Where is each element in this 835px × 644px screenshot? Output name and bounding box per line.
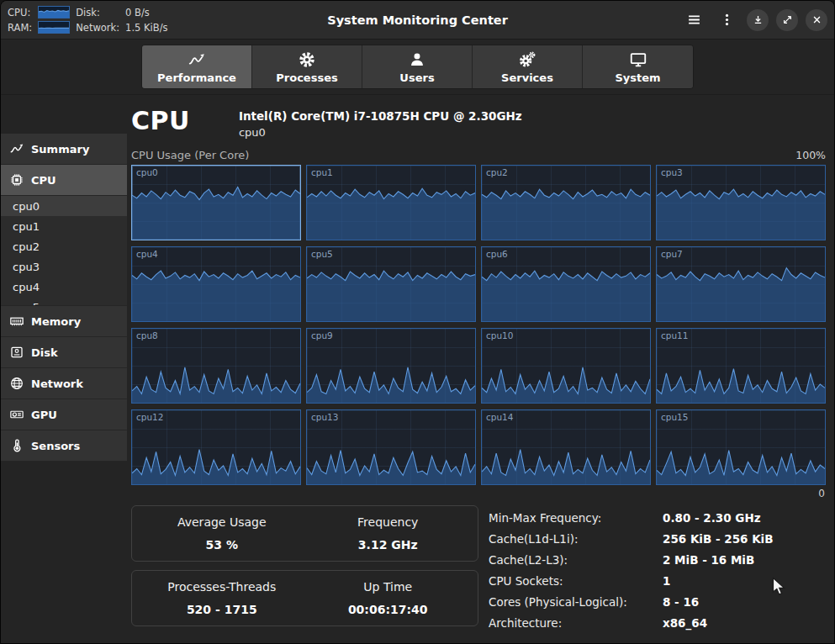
sidebar-item-disk[interactable]: Disk — [1, 337, 127, 368]
main-menu-button[interactable] — [681, 8, 706, 32]
ram-sparkline-graph — [39, 22, 69, 33]
core-chart-cpu2[interactable]: cpu2 — [481, 165, 651, 240]
sidebar-item-gpu[interactable]: GPU — [1, 399, 127, 430]
download-button[interactable] — [747, 9, 769, 31]
disk-icon — [9, 345, 24, 360]
stat-title-up-time: Up Time — [305, 580, 472, 594]
device-info: Intel(R) Core(TM) i7-10875H CPU @ 2.30GH… — [239, 107, 522, 139]
tab-label: Processes — [276, 71, 337, 84]
core-chart-label: cpu4 — [136, 249, 158, 259]
fullscreen-button[interactable] — [776, 9, 798, 31]
sidebar: SummaryCPUcpu0cpu1cpu2cpu3cpu4cpu5Memory… — [1, 95, 127, 643]
stat-boxes: Average UsageFrequency53 %3.12 GHzProces… — [131, 505, 478, 626]
sidebar-item-summary[interactable]: Summary — [1, 134, 127, 165]
tab-performance[interactable]: Performance — [142, 45, 252, 88]
core-chart-cpu1[interactable]: cpu1 — [306, 165, 476, 240]
sensors-icon — [9, 438, 24, 453]
tab-label: System — [615, 71, 660, 84]
core-chart-label: cpu6 — [486, 249, 508, 259]
core-chart-cpu9[interactable]: cpu9 — [306, 328, 476, 404]
sidebar-core-cpu5[interactable]: cpu5 — [1, 297, 127, 306]
tab-bar: PerformanceProcessesUsersServicesSystem — [141, 45, 694, 89]
sidebar-item-memory[interactable]: Memory — [1, 306, 127, 337]
sidebar-core-cpu2[interactable]: cpu2 — [1, 236, 127, 256]
cpu-core-list: cpu0cpu1cpu2cpu3cpu4cpu5 — [1, 196, 127, 306]
core-chart-cpu7[interactable]: cpu7 — [656, 246, 826, 322]
sidebar-item-cpu[interactable]: CPU — [1, 165, 127, 196]
window-title: System Monitoring Center — [327, 13, 508, 27]
tab-system[interactable]: System — [583, 45, 693, 88]
stat-title-average-usage: Average Usage — [139, 515, 305, 529]
header-stats: CPU: Disk: 0 B/s RAM: Network: 1.5 KiB/s — [8, 6, 327, 34]
stat-box: Average UsageFrequency53 %3.12 GHz — [131, 505, 478, 562]
header-ram-label: RAM: — [8, 22, 32, 34]
sidebar-item-label: Summary — [31, 143, 89, 156]
sidebar-item-label: GPU — [31, 409, 57, 421]
core-chart-label: cpu1 — [311, 167, 333, 177]
device-header: CPU Intel(R) Core(TM) i7-10875H CPU @ 2.… — [131, 107, 826, 139]
tab-processes[interactable]: Processes — [252, 45, 362, 88]
cpu-model: Intel(R) Core(TM) i7-10875H CPU @ 2.30GH… — [239, 109, 522, 123]
core-chart-label: cpu5 — [311, 249, 333, 259]
tab-users[interactable]: Users — [362, 45, 473, 88]
info-row-cpu-sockets: CPU Sockets:1 — [489, 570, 826, 591]
core-chart-label: cpu10 — [486, 330, 513, 340]
download-icon — [753, 14, 764, 25]
usage-caption-row: CPU Usage (Per Core) 100% — [131, 149, 826, 161]
info-row-cache-l1d-l1i: Cache(L1d-L1i):256 KiB - 256 KiB — [489, 528, 826, 549]
sidebar-item-sensors[interactable]: Sensors — [1, 430, 127, 462]
header-disk-label: Disk: — [76, 7, 119, 18]
sidebar-item-network[interactable]: Network — [1, 368, 127, 399]
info-label: Cache(L2-L3): — [489, 553, 663, 567]
sidebar-core-cpu4[interactable]: cpu4 — [1, 277, 127, 297]
sidebar-item-label: Disk — [31, 346, 58, 359]
core-chart-cpu6[interactable]: cpu6 — [481, 246, 651, 322]
system-icon — [629, 50, 647, 69]
header-buttons — [508, 8, 827, 32]
core-chart-cpu8[interactable]: cpu8 — [131, 328, 301, 404]
sidebar-item-label: Network — [31, 377, 83, 390]
info-value: 8 - 16 — [663, 595, 699, 609]
app-window: CPU: Disk: 0 B/s RAM: Network: 1.5 KiB/s… — [0, 0, 835, 644]
core-chart-label: cpu8 — [136, 330, 158, 340]
page-title: CPU — [131, 107, 190, 135]
info-value: x86_64 — [663, 616, 707, 630]
sidebar-core-cpu0[interactable]: cpu0 — [1, 196, 127, 216]
core-chart-cpu4[interactable]: cpu4 — [131, 246, 301, 322]
core-chart-label: cpu11 — [661, 330, 688, 340]
sidebar-core-cpu1[interactable]: cpu1 — [1, 216, 127, 236]
close-button[interactable] — [806, 9, 827, 31]
core-chart-cpu3[interactable]: cpu3 — [656, 165, 826, 240]
core-chart-label: cpu7 — [661, 249, 683, 259]
core-chart-cpu11[interactable]: cpu11 — [656, 328, 826, 404]
header-cpu-sparkline — [38, 6, 70, 18]
kebab-menu-icon — [720, 13, 734, 27]
core-chart-cpu12[interactable]: cpu12 — [131, 409, 301, 485]
tab-services[interactable]: Services — [473, 45, 583, 88]
stat-value-average-usage: 53 % — [139, 538, 305, 552]
core-chart-cpu15[interactable]: cpu15 — [656, 409, 826, 485]
chart-scale-max: 100% — [795, 149, 826, 161]
core-chart-cpu5[interactable]: cpu5 — [306, 246, 476, 322]
sidebar-core-cpu3[interactable]: cpu3 — [1, 256, 127, 277]
core-chart-label: cpu13 — [311, 412, 338, 422]
network-icon — [9, 376, 24, 391]
header-disk-value: 0 B/s — [125, 7, 167, 18]
info-label: Cores (Physical-Logical): — [489, 595, 663, 609]
content-area: SummaryCPUcpu0cpu1cpu2cpu3cpu4cpu5Memory… — [1, 95, 834, 643]
core-chart-cpu14[interactable]: cpu14 — [481, 409, 651, 485]
core-chart-cpu0[interactable]: cpu0 — [131, 165, 301, 240]
header-bar: CPU: Disk: 0 B/s RAM: Network: 1.5 KiB/s… — [1, 1, 834, 40]
core-chart-cpu10[interactable]: cpu10 — [481, 328, 651, 404]
core-chart-cpu13[interactable]: cpu13 — [306, 409, 476, 485]
sidebar-item-label: CPU — [31, 174, 56, 187]
core-chart-label: cpu15 — [661, 412, 688, 422]
sidebar-item-label: Sensors — [31, 440, 80, 452]
tab-label: Performance — [157, 71, 236, 84]
tab-strip: PerformanceProcessesUsersServicesSystem — [1, 40, 834, 95]
info-label: Architecture: — [489, 616, 663, 630]
more-options-button[interactable] — [714, 8, 739, 32]
info-row-min-max-frequency: Min-Max Frequency:0.80 - 2.30 GHz — [489, 507, 826, 528]
stat-value-up-time: 00:06:17:40 — [305, 603, 472, 616]
cpu-icon — [9, 172, 24, 187]
